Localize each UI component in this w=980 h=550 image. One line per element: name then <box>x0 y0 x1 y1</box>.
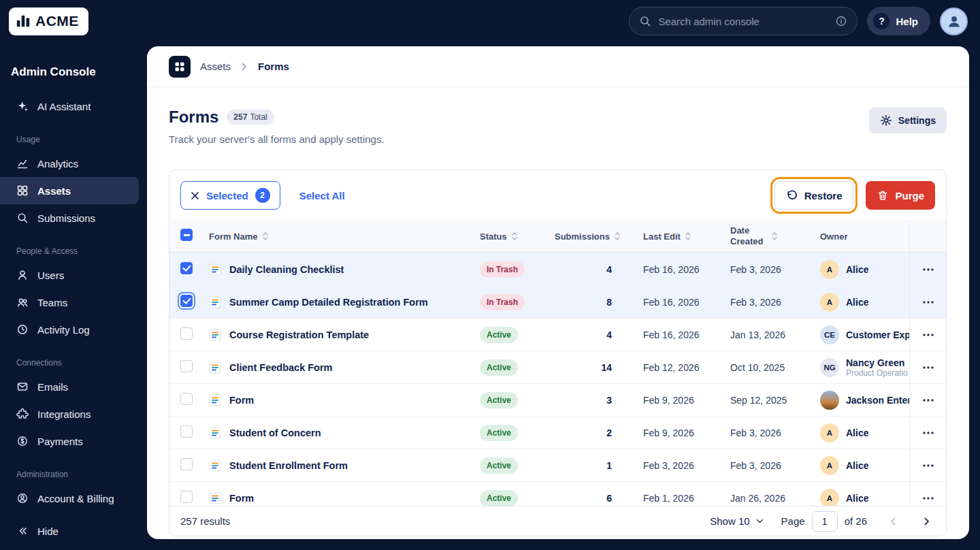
row-checkbox[interactable] <box>180 425 193 438</box>
row-actions-button[interactable] <box>917 459 940 472</box>
sidebar-item-submissions[interactable]: Submissions <box>0 204 147 231</box>
restore-label: Restore <box>804 190 843 201</box>
owner-name: Alice <box>846 264 868 275</box>
sidebar-hide-label: Hide <box>37 525 59 537</box>
next-page-button[interactable] <box>919 512 935 531</box>
table-row[interactable]: Daily Cleaning Checklist In Trash 4 Feb … <box>169 253 946 285</box>
row-checkbox[interactable] <box>180 262 193 274</box>
owner-name: Alice <box>846 460 868 471</box>
page-size-select[interactable]: Show 10 <box>710 515 763 527</box>
chevron-down-icon <box>756 519 764 523</box>
row-checkbox[interactable] <box>180 327 193 340</box>
table-row[interactable]: Student Enrollment Form Active 1 Feb 3, … <box>169 449 946 481</box>
form-name[interactable]: Client Feedback Form <box>229 362 332 373</box>
restore-button[interactable]: Restore <box>774 181 854 210</box>
owner-avatar: A <box>820 423 839 442</box>
search-input[interactable] <box>658 16 828 27</box>
sidebar-hide-button[interactable]: Hide <box>0 517 147 545</box>
row-checkbox[interactable] <box>180 295 193 307</box>
row-actions-button[interactable] <box>917 393 940 407</box>
column-header-date-created[interactable]: Date Created <box>730 225 820 248</box>
assets-grid-icon[interactable] <box>169 56 191 78</box>
status-badge: Active <box>480 425 518 441</box>
row-actions-button[interactable] <box>917 491 940 505</box>
row-checkbox[interactable] <box>180 393 193 405</box>
row-actions-button[interactable] <box>917 361 940 374</box>
table-row[interactable]: Course Registration Template Active 4 Fe… <box>169 318 946 351</box>
last-edit-date: Feb 3, 2026 <box>643 460 730 471</box>
sidebar-section-usage: Usage <box>0 135 147 144</box>
column-header-form-name[interactable]: Form Name <box>209 231 480 242</box>
sort-icon <box>771 231 778 241</box>
prev-page-button[interactable] <box>885 512 901 531</box>
column-header-owner: Owner <box>820 231 909 242</box>
purge-button[interactable]: Purge <box>866 181 935 210</box>
sidebar-item-emails[interactable]: Emails <box>0 373 147 400</box>
table-row[interactable]: Client Feedback Form Active 14 Feb 12, 2… <box>169 351 946 383</box>
form-name[interactable]: Course Registration Template <box>229 329 369 340</box>
table-row[interactable]: Student of Concern Active 2 Feb 9, 2026 … <box>169 416 946 449</box>
activity-log-icon <box>16 323 29 336</box>
select-all-checkbox[interactable] <box>180 229 193 241</box>
sidebar-item-users[interactable]: Users <box>0 261 147 289</box>
table-row[interactable]: Summer Camp Detailed Registration Form I… <box>169 285 946 318</box>
bulk-actions-toolbar: Selected 2 Select All Restore Purge <box>169 170 946 221</box>
form-name[interactable]: Form <box>229 395 254 406</box>
row-actions-button[interactable] <box>917 328 940 342</box>
submissions-count: 4 <box>555 329 643 340</box>
column-header-submissions[interactable]: Submissions <box>555 231 643 242</box>
page-number-input[interactable] <box>812 511 838 532</box>
sidebar-item-teams[interactable]: Teams <box>0 289 147 316</box>
sidebar-item-integrations[interactable]: Integrations <box>0 400 147 427</box>
breadcrumb-assets-link[interactable]: Assets <box>200 61 231 72</box>
search-icon <box>639 15 651 27</box>
chevron-right-icon <box>240 63 248 71</box>
clear-selection-button[interactable]: Selected 2 <box>180 181 280 210</box>
total-count-badge: 257 Total <box>227 110 274 125</box>
help-button[interactable]: Help <box>867 7 930 35</box>
sidebar-item-assets[interactable]: Assets <box>0 177 139 204</box>
select-all-link[interactable]: Select All <box>299 190 345 201</box>
form-name[interactable]: Form <box>229 493 254 504</box>
form-name[interactable]: Student Enrollment Form <box>229 460 348 471</box>
row-checkbox[interactable] <box>180 491 193 503</box>
info-icon[interactable] <box>835 15 847 27</box>
last-edit-date: Feb 9, 2026 <box>643 427 730 438</box>
sidebar-item-label: Activity Log <box>37 324 90 336</box>
form-name[interactable]: Daily Cleaning Checklist <box>229 264 344 275</box>
user-avatar-icon <box>947 14 962 29</box>
last-edit-date: Feb 16, 2026 <box>643 264 730 275</box>
row-actions-button[interactable] <box>917 263 940 276</box>
settings-button[interactable]: Settings <box>869 108 947 133</box>
column-header-last-edit[interactable]: Last Edit <box>643 231 730 242</box>
forms-table: Form Name Status Submissions Last Edit D… <box>169 221 946 506</box>
sidebar-item-analytics[interactable]: Analytics <box>0 150 147 177</box>
user-avatar[interactable] <box>940 7 968 35</box>
sidebar-item-label: Users <box>37 270 64 281</box>
sidebar-item-activity-log[interactable]: Activity Log <box>0 316 147 343</box>
help-label: Help <box>896 16 918 27</box>
topbar: ACME Help <box>0 0 980 42</box>
status-badge: Active <box>480 359 518 376</box>
row-actions-button[interactable] <box>917 426 940 440</box>
breadcrumb-current: Forms <box>258 61 289 72</box>
row-checkbox[interactable] <box>180 360 193 372</box>
row-checkbox[interactable] <box>180 458 193 470</box>
acme-logo[interactable]: ACME <box>9 7 88 35</box>
admin-search <box>629 7 858 35</box>
row-actions-button[interactable] <box>917 295 940 309</box>
form-name[interactable]: Student of Concern <box>229 427 321 438</box>
table-row[interactable]: Form Active 6 Feb 1, 2026 Jan 26, 2026 A… <box>169 481 946 506</box>
sidebar-item-ai-assistant[interactable]: AI Assistant <box>0 93 147 120</box>
logo-text: ACME <box>35 13 79 29</box>
form-name[interactable]: Summer Camp Detailed Registration Form <box>229 297 428 308</box>
trash-icon <box>877 189 889 201</box>
restore-icon <box>786 189 798 201</box>
sidebar-item-payments[interactable]: Payments <box>0 427 147 455</box>
sidebar-item-account-billing[interactable]: Account & Billing <box>0 485 147 512</box>
column-header-status[interactable]: Status <box>480 231 555 242</box>
owner-avatar: CE <box>820 325 839 344</box>
date-created: Feb 3, 2026 <box>730 427 820 438</box>
owner-name: Nancy Green <box>846 357 908 368</box>
table-row[interactable]: Form Active 3 Feb 9, 2026 Sep 12, 2025 J… <box>169 383 946 416</box>
